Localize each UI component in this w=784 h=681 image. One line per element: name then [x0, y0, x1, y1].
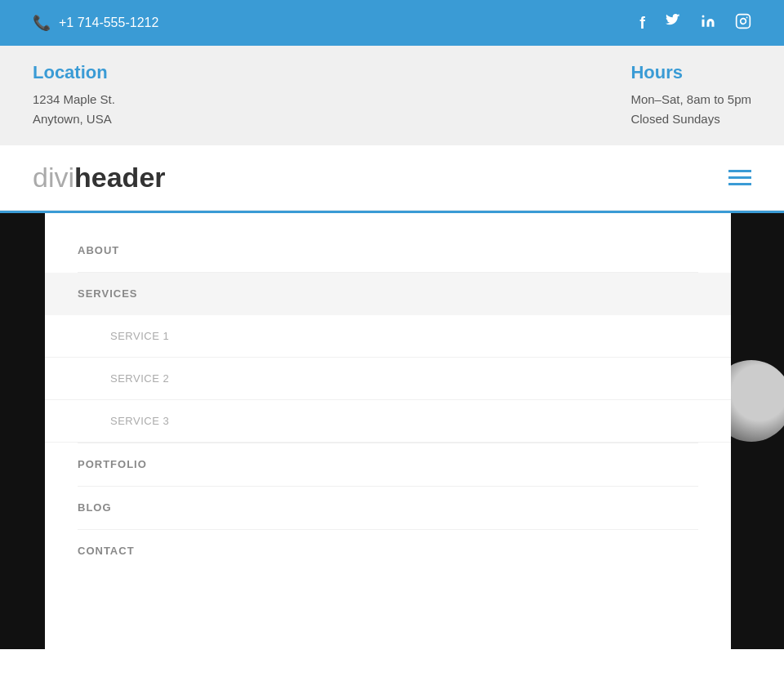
logo[interactable]: diviheader — [33, 162, 166, 194]
logo-light: divi — [33, 162, 74, 193]
hours-line2: Closed Sundays — [630, 112, 719, 126]
nav-item-services-label: SERVICES — [78, 287, 138, 300]
nav-dark-left — [0, 213, 45, 649]
nav-sub-item-service1-label: SERVICE 1 — [110, 330, 169, 342]
nav-item-blog-label: BLOG — [78, 501, 112, 514]
nav-sub-item-service1[interactable]: SERVICE 1 — [45, 315, 731, 358]
nav-dark-right — [731, 213, 784, 649]
phone-icon: 📞 — [33, 14, 51, 32]
location-line2: Anytown, USA — [33, 112, 112, 126]
nav-item-portfolio-label: PORTFOLIO — [78, 458, 147, 470]
nav-item-blog[interactable]: BLOG — [45, 487, 731, 529]
nav-menu: ABOUT SERVICES SERVICE 1 SERVICE 2 SERVI… — [45, 213, 731, 649]
nav-item-services[interactable]: SERVICES — [45, 273, 731, 315]
nav-sub-item-service3[interactable]: SERVICE 3 — [45, 400, 731, 443]
hamburger-button[interactable] — [728, 170, 751, 185]
nav-area: ABOUT SERVICES SERVICE 1 SERVICE 2 SERVI… — [0, 213, 784, 649]
nav-item-portfolio[interactable]: PORTFOLIO — [45, 443, 731, 486]
instagram-icon[interactable] — [735, 13, 751, 33]
svg-point-0 — [702, 15, 705, 17]
twitter-icon[interactable] — [665, 14, 681, 33]
hamburger-line-3 — [728, 183, 751, 185]
nav-item-about[interactable]: ABOUT — [45, 229, 731, 272]
nav-item-contact-label: CONTACT — [78, 545, 135, 557]
social-links: f — [639, 13, 751, 33]
nav-sub-item-service2[interactable]: SERVICE 2 — [45, 358, 731, 400]
phone-text: +1 714-555-1212 — [59, 16, 158, 30]
svg-rect-1 — [737, 14, 751, 28]
hours-section: Hours Mon–Sat, 8am to 5pm Closed Sundays — [630, 62, 751, 129]
linkedin-icon[interactable] — [701, 14, 715, 33]
hamburger-line-2 — [728, 176, 751, 179]
nav-item-contact[interactable]: CONTACT — [45, 530, 731, 572]
hamburger-line-1 — [728, 170, 751, 172]
main-header: diviheader — [0, 145, 784, 211]
facebook-icon[interactable]: f — [639, 14, 645, 33]
info-bar: Location 1234 Maple St. Anytown, USA Hou… — [0, 46, 784, 145]
location-section: Location 1234 Maple St. Anytown, USA — [33, 62, 115, 129]
nav-sub-item-service3-label: SERVICE 3 — [110, 415, 169, 427]
nav-item-about-label: ABOUT — [78, 244, 119, 256]
top-bar: 📞 +1 714-555-1212 f — [0, 0, 784, 46]
location-label: Location — [33, 62, 115, 83]
hours-label: Hours — [630, 62, 751, 83]
hours-line1: Mon–Sat, 8am to 5pm — [630, 92, 751, 106]
location-line1: 1234 Maple St. — [33, 92, 115, 106]
phone-number[interactable]: 📞 +1 714-555-1212 — [33, 14, 158, 32]
nav-sub-item-service2-label: SERVICE 2 — [110, 372, 169, 385]
logo-bold: header — [74, 162, 166, 193]
